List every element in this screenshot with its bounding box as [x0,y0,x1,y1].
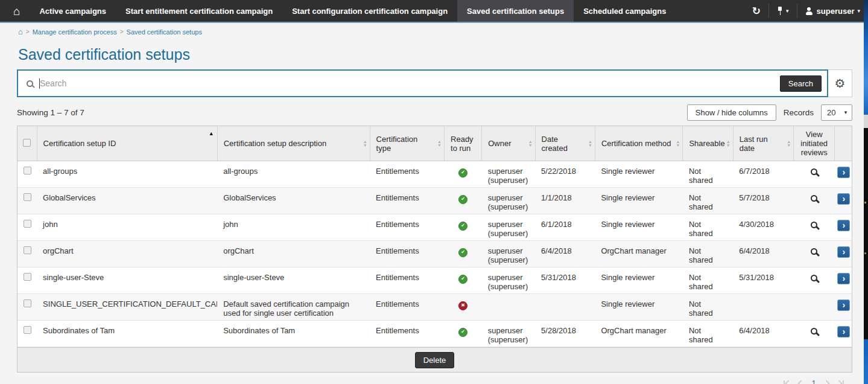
show-hide-columns-button[interactable]: Show / hide columns [687,104,776,121]
breadcrumb-link-manage-certification[interactable]: Manage certification process [33,28,117,36]
cell-method: Single reviewer [601,299,654,309]
ready-yes-icon [458,248,467,257]
column-label: Shareable [689,139,724,148]
cell-shareable: Not shared [689,167,713,185]
nav-item-label: Start configuration certification campai… [292,7,448,16]
column-header-ready-to-run: Ready to run [445,126,482,161]
delete-button[interactable]: Delete [415,352,455,368]
cell-shareable: Not shared [689,220,713,238]
open-setup-button[interactable]: › [837,193,850,205]
open-setup-button[interactable]: › [837,299,850,311]
search-input[interactable] [40,78,780,88]
table-row: GlobalServices GlobalServices Entitlemen… [17,188,852,214]
chevron-down-icon: ▾ [786,8,789,14]
search-box: Search [17,69,828,97]
cell-shareable: Not shared [689,326,713,344]
nav-item-label: Scheduled campaigns [583,7,666,16]
cell-owner-detail: (superuser) [488,335,529,344]
nav-item-scheduled-campaigns[interactable]: Scheduled campaigns [574,0,676,22]
pin-menu-button[interactable]: ▾ [769,0,797,22]
nav-item-saved-certification-setups[interactable]: Saved certification setups [457,0,574,22]
column-header-description[interactable]: Certification setup description ▲▼ [217,126,370,161]
sort-icon: ▲▼ [528,140,533,147]
last-page-icon [843,380,844,384]
select-all-checkbox[interactable] [23,139,31,147]
view-reviews-icon[interactable] [811,168,817,175]
previous-page-button[interactable] [799,381,803,384]
nav-item-active-campaigns[interactable]: Active campaigns [30,0,116,22]
view-reviews-icon[interactable] [811,222,817,228]
cell-shareable: Not shared [689,273,713,291]
breadcrumb-home-icon[interactable]: ⌂ [18,28,23,36]
cell-owner: superuser [488,220,529,229]
next-page-button[interactable] [824,381,829,384]
chevron-right-icon [835,380,842,384]
chevron-right-icon: › [842,221,845,229]
open-setup-button[interactable]: › [837,326,850,338]
search-row: Search ⚙ [17,69,852,97]
cell-shareable: Not shared [689,193,713,211]
view-reviews-icon[interactable] [811,195,817,202]
sort-icon: ▲▼ [726,140,730,147]
row-checkbox[interactable] [24,326,31,334]
nav-item-label: Start entitlement certification campaign [125,7,273,16]
row-checkbox[interactable] [24,299,31,307]
showing-count-label: Showing 1 – 7 of 7 [17,108,84,117]
row-checkbox[interactable] [24,246,31,254]
view-reviews-icon[interactable] [811,275,817,281]
cell-owner-detail: (superuser) [488,255,529,264]
row-checkbox[interactable] [24,167,31,174]
refresh-button[interactable]: ↻ [744,0,768,22]
cell-date-created: 6/4/2018 [541,246,572,255]
nav-item-start-entitlement-campaign[interactable]: Start entitlement certification campaign [116,0,282,22]
user-menu-button[interactable]: superuser ▾ [797,0,868,22]
cell-last-run: 6/4/2018 [739,326,770,335]
cell-setup-id: GlobalServices [43,193,95,202]
nav-item-label: Saved certification setups [467,7,564,16]
cell-owner-detail: (superuser) [488,229,529,238]
cell-method: Single reviewer [601,273,654,282]
open-setup-button[interactable]: › [837,167,850,178]
saved-setups-table: Certification setup ID ▲ Certification s… [17,126,852,373]
cell-owner: superuser [488,326,529,335]
open-setup-button[interactable]: › [837,220,850,231]
cell-setup-id: john [43,220,58,229]
row-checkbox[interactable] [24,193,31,201]
open-setup-button[interactable]: › [837,246,850,258]
column-header-setup-id[interactable]: Certification setup ID ▲ [37,126,217,161]
cell-method: Single reviewer [601,167,654,176]
column-header-method[interactable]: Certification method ▲▼ [595,126,683,161]
search-settings-button[interactable]: ⚙ [828,69,852,97]
row-checkbox[interactable] [24,220,31,228]
cell-type: Entitlements [376,299,419,309]
column-header-last-run-date[interactable]: Last run date ▲▼ [733,126,793,161]
row-checkbox[interactable] [24,273,31,281]
search-icon [27,80,33,87]
column-header-date-created[interactable]: Date created ▲▼ [535,126,595,161]
nav-item-start-configuration-campaign[interactable]: Start configuration certification campai… [282,0,457,22]
table-toolbar: Showing 1 – 7 of 7 Show / hide columns R… [17,104,852,121]
records-per-page-select[interactable]: 20 ▼ [821,104,852,121]
view-reviews-icon[interactable] [811,328,817,334]
column-header-shareable[interactable]: Shareable ▲▼ [683,126,733,161]
open-setup-button[interactable]: › [837,273,850,284]
cell-type: Entitlements [376,193,419,202]
cell-description: single-user-Steve [223,273,284,282]
column-header-type[interactable]: Certification type ▲▼ [370,126,444,161]
column-label: Certification method [601,139,671,148]
column-label: Certification type [376,135,418,153]
chevron-down-icon: ▾ [857,8,860,14]
view-reviews-icon[interactable] [811,248,817,255]
column-header-owner[interactable]: Owner ▲▼ [482,126,535,161]
cell-description: orgChart [223,246,254,255]
navbar-right-cluster: ↻ ▾ superuser ▾ [744,0,868,22]
search-button[interactable]: Search [780,75,822,92]
first-page-button[interactable] [784,380,791,384]
nav-home-button[interactable]: ⌂ [0,0,30,22]
column-label: Certification setup ID [43,139,116,148]
records-label: Records [784,108,814,117]
last-page-button[interactable] [837,380,844,384]
refresh-icon: ↻ [752,6,761,16]
breadcrumb-link-saved-setups[interactable]: Saved certification setups [127,28,202,36]
cell-setup-id: SINGLE_USER_CERTIFICATION_DEFAULT_CAMPAI… [43,299,217,309]
